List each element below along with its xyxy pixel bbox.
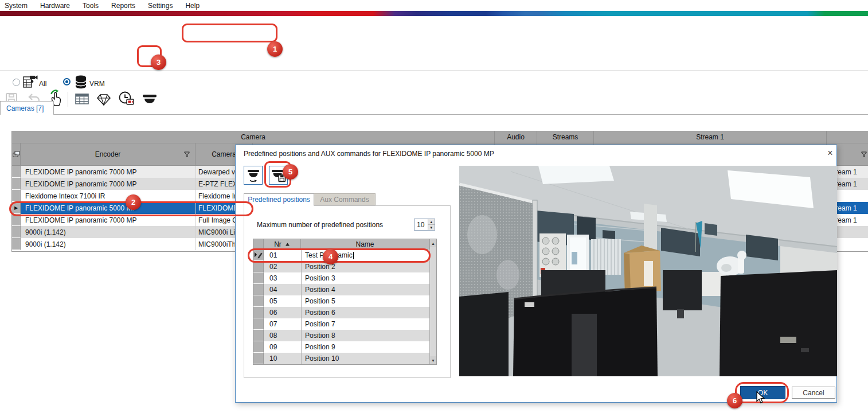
camera-table-button[interactable] [75, 92, 89, 106]
cell-encoder: 9000i (1.142) [21, 238, 196, 250]
row-selector[interactable] [253, 341, 264, 353]
cell-encoder: FLEXIDOME IP panoramic 7000 MP [21, 214, 196, 226]
max-positions-spinner[interactable]: 10 ▲ ▼ [414, 219, 435, 231]
tab-cameras[interactable]: Cameras [7] [0, 101, 54, 115]
position-row[interactable]: 06 Position 6 [253, 307, 436, 318]
dome-camera-positions-button[interactable] [142, 93, 158, 106]
spinner-down-icon[interactable]: ▼ [428, 224, 435, 230]
close-icon[interactable]: × [824, 147, 836, 159]
dome-save-position-button[interactable] [269, 166, 288, 185]
cancel-button[interactable]: Cancel [792, 387, 835, 399]
scheduled-recording-button[interactable] [118, 91, 135, 107]
dome-camera-arrow-icon [247, 169, 260, 182]
row-selector[interactable] [253, 330, 264, 341]
menu-reports[interactable]: Reports [111, 2, 135, 10]
scroll-down-icon[interactable]: ▼ [430, 356, 436, 364]
sort-ascending-icon [285, 242, 290, 247]
row-selector[interactable] [253, 318, 264, 330]
ok-button[interactable]: OK [740, 386, 785, 399]
row-selector[interactable] [12, 226, 21, 238]
tab-predefined-positions[interactable]: Predefined positions [244, 193, 314, 206]
column-header-encoder[interactable]: Encoder [21, 143, 196, 166]
camera-header-label: Camera [212, 150, 236, 158]
column-header-name[interactable]: Name [301, 239, 429, 250]
quality-diamond-button[interactable] [96, 93, 111, 106]
menu-system[interactable]: System [5, 2, 28, 10]
toolbar-rule [0, 70, 868, 71]
row-selector[interactable] [253, 272, 264, 284]
position-row[interactable]: 10 Position 10 [253, 353, 436, 364]
radio-all-label[interactable]: All [39, 80, 46, 88]
select-all-corner[interactable] [12, 143, 21, 166]
cell-nr: 06 [264, 307, 301, 318]
menu-help[interactable]: Help [185, 2, 200, 10]
row-selector[interactable] [253, 307, 264, 318]
row-selector[interactable] [12, 190, 21, 202]
menu-settings[interactable]: Settings [148, 2, 173, 10]
scrollbar[interactable]: ▲ ▼ [429, 239, 436, 364]
row-selector-current[interactable]: ▶ [12, 202, 21, 214]
row-selector[interactable] [12, 166, 21, 178]
cell-encoder: FLEXIDOME IP panoramic 7000 MP [21, 166, 196, 178]
radio-all[interactable] [13, 79, 20, 86]
positions-corner [253, 239, 264, 250]
row-selector[interactable] [12, 238, 21, 250]
cell-name[interactable]: Position 2 [301, 261, 429, 272]
tab-aux-commands[interactable]: Aux Commands [314, 193, 376, 205]
position-row-editing[interactable]: 01 Test Panoramic [253, 250, 436, 261]
toolbar-separator [68, 92, 68, 107]
cell-name[interactable]: Position 9 [301, 341, 429, 353]
row-selector[interactable] [253, 353, 264, 364]
position-row[interactable]: 08 Position 8 [253, 330, 436, 341]
cell-nr: 07 [264, 318, 301, 330]
cell-nr: 03 [264, 272, 301, 284]
cell-name[interactable]: Position 4 [301, 284, 429, 295]
cell-name[interactable]: Position 7 [301, 318, 429, 330]
filter-funnel-icon[interactable] [861, 151, 867, 158]
cell-name[interactable]: Position 10 [301, 353, 429, 364]
tab-label: Predefined positions [248, 196, 310, 204]
cell-name[interactable]: Position 6 [301, 307, 429, 318]
row-selector[interactable] [253, 284, 264, 295]
menu-hardware[interactable]: Hardware [40, 2, 70, 10]
spinner-value[interactable]: 10 [415, 219, 428, 230]
row-selector[interactable] [12, 178, 21, 190]
radio-vrm-label[interactable]: VRM [89, 80, 105, 88]
tab-cameras-label: Cameras [7] [6, 104, 44, 112]
positions-header-row: Nr Name [253, 239, 436, 250]
group-header-stream1[interactable]: Stream 1 [594, 131, 827, 143]
position-row[interactable]: 03 Position 3 [253, 272, 436, 284]
workspace-nav: Devices › Maps and Structure › Schedules… [0, 16, 868, 44]
group-header-camera[interactable]: Camera [12, 131, 495, 143]
spinner-buttons: ▲ ▼ [428, 219, 435, 230]
row-selector[interactable] [253, 261, 264, 272]
tab-label: Aux Commands [320, 196, 369, 204]
spinner-up-icon[interactable]: ▲ [428, 219, 435, 224]
radio-vrm[interactable] [63, 78, 71, 85]
cell-name[interactable]: Position 3 [301, 272, 429, 284]
cell-name-editing[interactable]: Test Panoramic [301, 250, 429, 261]
row-selector[interactable] [12, 214, 21, 226]
group-header-audio[interactable]: Audio [495, 131, 537, 143]
position-row[interactable]: 05 Position 5 [253, 295, 436, 307]
max-positions-label: Maximum number of predefined positions [257, 221, 383, 229]
cell-encoder: FLEXIDOME IP panoramic 7000 MP [21, 178, 196, 190]
position-row[interactable]: 02 Position 2 [253, 261, 436, 272]
position-row[interactable]: 07 Position 7 [253, 318, 436, 330]
dome-position-button[interactable] [244, 166, 263, 185]
row-selector[interactable] [253, 295, 264, 307]
column-header-nr[interactable]: Nr [264, 239, 301, 250]
position-row[interactable]: 04 Position 4 [253, 284, 436, 295]
positions-table: Nr Name 01 Test Panoramic 02 Posit [253, 239, 437, 365]
cell-name[interactable]: Position 5 [301, 295, 429, 307]
brand-stripe [0, 11, 868, 16]
cell-nr: 08 [264, 330, 301, 341]
cell-encoder: 9000i (1.142) [21, 226, 196, 238]
group-header-streams[interactable]: Streams [537, 131, 594, 143]
cell-name[interactable]: Position 8 [301, 330, 429, 341]
camera-preview[interactable] [459, 166, 837, 376]
filter-funnel-icon[interactable] [183, 151, 190, 158]
scroll-up-icon[interactable]: ▲ [430, 239, 436, 247]
position-row[interactable]: 09 Position 9 [253, 341, 436, 353]
menu-tools[interactable]: Tools [83, 2, 99, 10]
